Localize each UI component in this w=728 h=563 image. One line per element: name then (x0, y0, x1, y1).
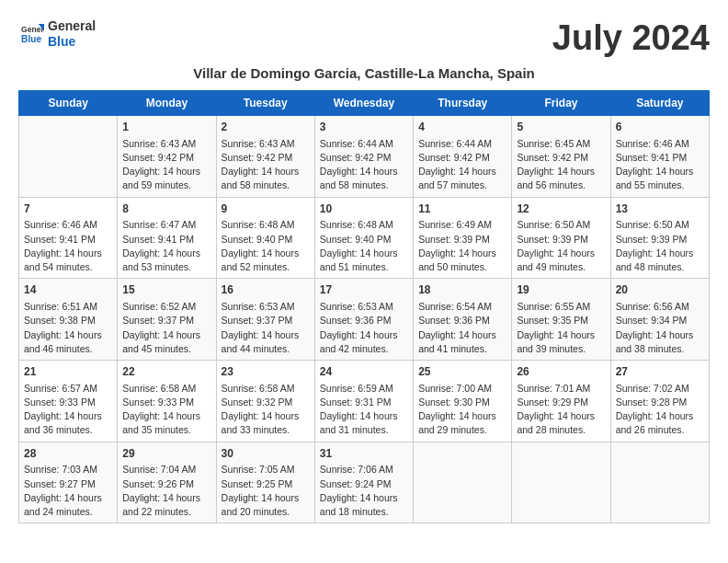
calendar-cell: 11Sunrise: 6:49 AM Sunset: 9:39 PM Dayli… (414, 197, 512, 279)
day-number: 10 (320, 201, 408, 217)
calendar-cell: 20Sunrise: 6:56 AM Sunset: 9:34 PM Dayli… (610, 279, 709, 361)
calendar-cell: 17Sunrise: 6:53 AM Sunset: 9:36 PM Dayli… (314, 279, 413, 361)
calendar-cell (19, 116, 118, 198)
day-number: 7 (24, 201, 112, 217)
calendar-cell: 28Sunrise: 7:03 AM Sunset: 9:27 PM Dayli… (19, 442, 118, 523)
calendar-cell: 19Sunrise: 6:55 AM Sunset: 9:35 PM Dayli… (512, 279, 610, 361)
day-info: Sunrise: 6:49 AM Sunset: 9:39 PM Dayligh… (418, 218, 506, 274)
day-info: Sunrise: 6:48 AM Sunset: 9:40 PM Dayligh… (320, 218, 408, 274)
weekday-header-saturday: Saturday (610, 91, 709, 116)
weekday-header-friday: Friday (512, 91, 610, 116)
day-number: 13 (616, 201, 704, 217)
day-info: Sunrise: 6:54 AM Sunset: 9:36 PM Dayligh… (418, 300, 506, 356)
day-info: Sunrise: 6:51 AM Sunset: 9:38 PM Dayligh… (24, 300, 112, 356)
calendar-cell: 7Sunrise: 6:46 AM Sunset: 9:41 PM Daylig… (19, 197, 118, 279)
day-info: Sunrise: 6:55 AM Sunset: 9:35 PM Dayligh… (517, 300, 605, 356)
day-info: Sunrise: 7:05 AM Sunset: 9:25 PM Dayligh… (222, 463, 310, 519)
day-info: Sunrise: 7:01 AM Sunset: 9:29 PM Dayligh… (517, 382, 605, 438)
calendar-cell (414, 442, 512, 523)
svg-text:Blue: Blue (21, 33, 41, 43)
calendar-table: SundayMondayTuesdayWednesdayThursdayFrid… (18, 90, 710, 523)
day-number: 20 (616, 282, 704, 298)
calendar-cell: 21Sunrise: 6:57 AM Sunset: 9:33 PM Dayli… (19, 361, 118, 442)
calendar-cell: 18Sunrise: 6:54 AM Sunset: 9:36 PM Dayli… (414, 279, 512, 361)
day-info: Sunrise: 6:58 AM Sunset: 9:33 PM Dayligh… (122, 382, 210, 438)
weekday-header-tuesday: Tuesday (216, 91, 314, 116)
month-title: July 2024 (552, 18, 710, 58)
day-number: 18 (418, 282, 506, 298)
calendar-cell: 24Sunrise: 6:59 AM Sunset: 9:31 PM Dayli… (314, 361, 413, 442)
calendar-week-row: 7Sunrise: 6:46 AM Sunset: 9:41 PM Daylig… (19, 197, 710, 279)
weekday-header-sunday: Sunday (19, 91, 118, 116)
calendar-cell: 23Sunrise: 6:58 AM Sunset: 9:32 PM Dayli… (216, 361, 314, 442)
day-number: 1 (122, 120, 210, 135)
day-number: 24 (320, 364, 408, 380)
calendar-week-row: 1Sunrise: 6:43 AM Sunset: 9:42 PM Daylig… (19, 116, 710, 198)
calendar-cell: 27Sunrise: 7:02 AM Sunset: 9:28 PM Dayli… (610, 361, 709, 442)
day-number: 3 (320, 120, 408, 135)
day-number: 16 (222, 282, 310, 298)
calendar-cell: 29Sunrise: 7:04 AM Sunset: 9:26 PM Dayli… (118, 442, 216, 523)
calendar-cell (512, 442, 610, 523)
calendar-cell: 10Sunrise: 6:48 AM Sunset: 9:40 PM Dayli… (314, 197, 413, 279)
day-info: Sunrise: 6:57 AM Sunset: 9:33 PM Dayligh… (24, 382, 112, 438)
calendar-cell: 4Sunrise: 6:44 AM Sunset: 9:42 PM Daylig… (414, 116, 512, 198)
calendar-cell: 13Sunrise: 6:50 AM Sunset: 9:39 PM Dayli… (610, 197, 709, 279)
calendar-cell: 16Sunrise: 6:53 AM Sunset: 9:37 PM Dayli… (216, 279, 314, 361)
day-info: Sunrise: 6:52 AM Sunset: 9:37 PM Dayligh… (122, 300, 210, 356)
day-number: 21 (24, 364, 112, 380)
day-info: Sunrise: 7:02 AM Sunset: 9:28 PM Dayligh… (616, 382, 704, 438)
logo-general: General (48, 18, 96, 34)
calendar-cell: 8Sunrise: 6:47 AM Sunset: 9:41 PM Daylig… (118, 197, 216, 279)
calendar-cell: 12Sunrise: 6:50 AM Sunset: 9:39 PM Dayli… (512, 197, 610, 279)
day-number: 30 (222, 446, 310, 462)
calendar-cell: 3Sunrise: 6:44 AM Sunset: 9:42 PM Daylig… (314, 116, 413, 198)
day-number: 11 (418, 201, 506, 217)
calendar-cell: 31Sunrise: 7:06 AM Sunset: 9:24 PM Dayli… (314, 442, 413, 523)
day-info: Sunrise: 6:45 AM Sunset: 9:42 PM Dayligh… (517, 137, 605, 193)
day-info: Sunrise: 7:06 AM Sunset: 9:24 PM Dayligh… (320, 463, 408, 519)
day-number: 15 (122, 282, 210, 298)
weekday-header-wednesday: Wednesday (314, 91, 413, 116)
day-number: 9 (222, 201, 310, 217)
calendar-week-row: 21Sunrise: 6:57 AM Sunset: 9:33 PM Dayli… (19, 361, 710, 442)
day-number: 22 (122, 364, 210, 380)
calendar-cell: 22Sunrise: 6:58 AM Sunset: 9:33 PM Dayli… (118, 361, 216, 442)
day-number: 23 (222, 364, 310, 380)
calendar-cell: 15Sunrise: 6:52 AM Sunset: 9:37 PM Dayli… (118, 279, 216, 361)
day-number: 29 (122, 446, 210, 462)
calendar-cell: 5Sunrise: 6:45 AM Sunset: 9:42 PM Daylig… (512, 116, 610, 198)
day-number: 4 (418, 120, 506, 135)
calendar-header-row: SundayMondayTuesdayWednesdayThursdayFrid… (19, 91, 710, 116)
day-number: 8 (122, 201, 210, 217)
day-number: 26 (517, 364, 605, 380)
day-info: Sunrise: 6:44 AM Sunset: 9:42 PM Dayligh… (418, 137, 506, 193)
calendar-cell: 25Sunrise: 7:00 AM Sunset: 9:30 PM Dayli… (414, 361, 512, 442)
day-info: Sunrise: 7:04 AM Sunset: 9:26 PM Dayligh… (122, 463, 210, 519)
day-info: Sunrise: 6:43 AM Sunset: 9:42 PM Dayligh… (222, 137, 310, 193)
day-info: Sunrise: 6:44 AM Sunset: 9:42 PM Dayligh… (320, 137, 408, 193)
day-info: Sunrise: 6:48 AM Sunset: 9:40 PM Dayligh… (222, 218, 310, 274)
day-number: 31 (320, 446, 408, 462)
calendar-cell: 9Sunrise: 6:48 AM Sunset: 9:40 PM Daylig… (216, 197, 314, 279)
calendar-cell: 30Sunrise: 7:05 AM Sunset: 9:25 PM Dayli… (216, 442, 314, 523)
day-number: 19 (517, 282, 605, 298)
day-info: Sunrise: 6:46 AM Sunset: 9:41 PM Dayligh… (24, 218, 112, 274)
day-info: Sunrise: 6:53 AM Sunset: 9:36 PM Dayligh… (320, 300, 408, 356)
calendar-cell: 2Sunrise: 6:43 AM Sunset: 9:42 PM Daylig… (216, 116, 314, 198)
day-info: Sunrise: 7:03 AM Sunset: 9:27 PM Dayligh… (24, 463, 112, 519)
logo-blue: Blue (48, 34, 96, 50)
calendar-cell: 14Sunrise: 6:51 AM Sunset: 9:38 PM Dayli… (19, 279, 118, 361)
weekday-header-monday: Monday (118, 91, 216, 116)
day-number: 27 (616, 364, 704, 380)
day-number: 6 (616, 120, 704, 135)
page-header: General Blue General Blue July 2024 (18, 18, 710, 58)
day-info: Sunrise: 6:46 AM Sunset: 9:41 PM Dayligh… (616, 137, 704, 193)
day-number: 14 (24, 282, 112, 298)
calendar-week-row: 14Sunrise: 6:51 AM Sunset: 9:38 PM Dayli… (19, 279, 710, 361)
day-info: Sunrise: 6:50 AM Sunset: 9:39 PM Dayligh… (517, 218, 605, 274)
logo: General Blue General Blue (18, 18, 96, 50)
day-info: Sunrise: 6:47 AM Sunset: 9:41 PM Dayligh… (122, 218, 210, 274)
weekday-header-thursday: Thursday (414, 91, 512, 116)
day-info: Sunrise: 6:50 AM Sunset: 9:39 PM Dayligh… (616, 218, 704, 274)
